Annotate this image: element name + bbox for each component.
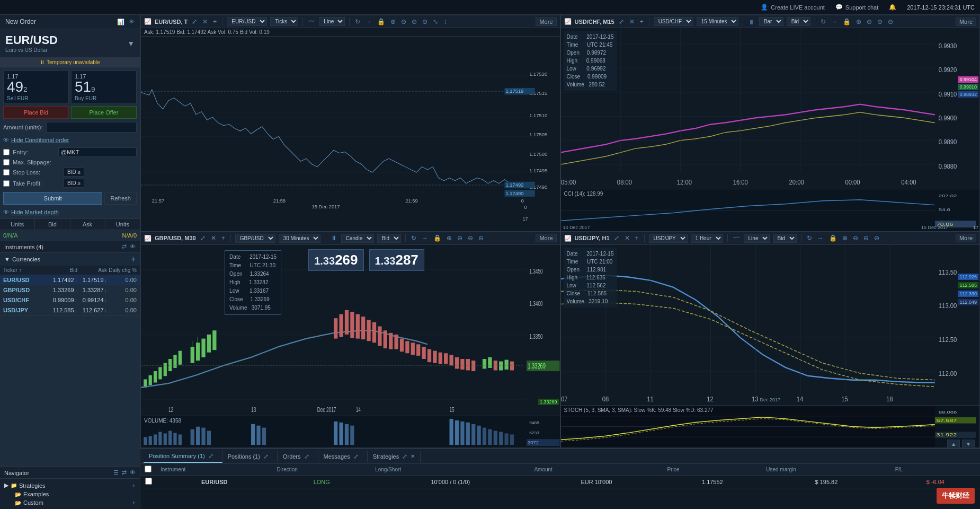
eurusd-style-select[interactable]: Line [319, 17, 345, 26]
support-chat-btn[interactable]: 💬 Support chat [835, 4, 878, 11]
gbpusd-refresh-icon[interactable]: ↻ [410, 234, 417, 242]
gbpusd-zoom4[interactable]: ⊖ [477, 234, 485, 242]
usdchf-main-body[interactable]: Date 2017-12-15 Time UTC 21:45 Open 0.98… [561, 28, 980, 189]
instrument-row-usdchf[interactable]: USD/CHF 0.99009↓ 0.99124↓ 0.00 [0, 295, 140, 305]
eurusd-detach-btn[interactable]: ⤢ [191, 18, 198, 25]
usdjpy-zoom4[interactable]: ⊖ [873, 234, 880, 242]
scroll-up-btn[interactable]: ▲ [947, 440, 960, 449]
usdjpy-zoom-out-icon[interactable]: ⊖ [852, 234, 859, 242]
usdchf-zoom-out-icon[interactable]: ⊖ [866, 18, 873, 25]
str-detach-icon[interactable]: ⤢ [401, 453, 408, 460]
eurusd-expand-icon[interactable]: ↕ [442, 18, 448, 25]
gbpusd-more-btn[interactable]: More [536, 234, 556, 242]
gbpusd-zoom-out-icon[interactable]: ⊖ [456, 234, 464, 242]
tab-position-summary[interactable]: Position Summary (1) ⤢ [144, 450, 222, 463]
eurusd-lock-icon[interactable]: 🔒 [376, 18, 386, 25]
chart-icon[interactable]: 📊 [117, 19, 124, 25]
ord-detach-icon[interactable]: ⤢ [303, 453, 310, 460]
hide-market-depth-btn[interactable]: Hide Market depth [11, 209, 59, 215]
instrument-row-usdjpy[interactable]: USD/JPY 112.585↓ 112.627↓ 0.00 [0, 305, 140, 315]
add-instrument-btn[interactable]: + [131, 254, 136, 264]
gbpusd-pair-select[interactable]: GBP/USD [235, 234, 275, 243]
eurusd-refresh-icon[interactable]: ↻ [354, 18, 361, 25]
usdjpy-style-select[interactable]: Line [744, 234, 770, 243]
usdjpy-plus-btn[interactable]: + [634, 234, 640, 242]
gbpusd-timeframe-select[interactable]: 30 Minutes [279, 234, 320, 243]
navigator-header[interactable]: Navigator ☰ ⇄ 👁 [0, 467, 140, 479]
eurusd-timeframe-select[interactable]: Ticks [270, 17, 298, 26]
usdchf-arrow-icon[interactable]: → [830, 18, 839, 25]
eurusd-zoom-out-icon[interactable]: ⊖ [400, 18, 407, 25]
scroll-down-btn[interactable]: ▼ [962, 440, 975, 449]
usdchf-lock-icon[interactable]: 🔒 [842, 18, 852, 25]
tab-orders[interactable]: Orders ⤢ [278, 451, 318, 462]
entry-checkbox[interactable] [3, 149, 10, 155]
usdjpy-arrow-icon[interactable]: → [816, 234, 825, 242]
eurusd-close-btn[interactable]: ✕ [201, 18, 209, 25]
usdjpy-mode-select[interactable]: Bid [773, 234, 797, 243]
instrument-dropdown-arrow[interactable]: ▼ [127, 39, 135, 48]
amount-input[interactable] [46, 122, 137, 133]
usdchf-timeframe-select[interactable]: 15 Minutes [697, 17, 738, 26]
usdchf-style-select[interactable]: Bar [759, 17, 783, 26]
stop-loss-checkbox[interactable] [3, 169, 10, 175]
eurusd-zoom-icon3[interactable]: ⊖ [421, 18, 429, 25]
nav-item-strategies[interactable]: ▶ 📁 Strategies + [0, 481, 140, 490]
nav-item-custom[interactable]: 📂 Custom + [0, 498, 140, 507]
max-slippage-checkbox[interactable] [3, 159, 10, 165]
usdchf-close-btn[interactable]: ✕ [628, 18, 636, 25]
nav-custom-add-icon[interactable]: + [132, 499, 136, 506]
eurusd-pair-select[interactable]: EUR/USD [227, 17, 267, 26]
usdjpy-more-btn[interactable]: More [956, 234, 976, 242]
usdjpy-close-btn[interactable]: ✕ [623, 234, 631, 242]
usdchf-pair-select[interactable]: USD/CHF [654, 17, 693, 26]
gbpusd-mode-select[interactable]: Bid [377, 234, 401, 243]
eye-instruments-icon[interactable]: 👁 [130, 243, 136, 250]
position-row-eurusd[interactable]: EUR/USD LONG 10'000 / 0 (1/0) EUR 10'000… [140, 476, 980, 488]
usdchf-zoom4[interactable]: ⊖ [887, 18, 894, 25]
gbpusd-arrow-icon[interactable]: → [421, 234, 429, 242]
usdjpy-lock-icon[interactable]: 🔒 [828, 234, 838, 242]
usdjpy-zoom3[interactable]: ⊖ [862, 234, 870, 242]
eurusd-arrow-icon[interactable]: → [364, 18, 373, 25]
eurusd-zoom-icon2[interactable]: ⊖ [411, 18, 418, 25]
tab-positions[interactable]: Positions (1) ⤢ [222, 451, 278, 462]
nav-eye-icon[interactable]: 👁 [130, 469, 136, 476]
usdchf-detach-btn[interactable]: ⤢ [618, 18, 625, 25]
submit-btn[interactable]: Submit [3, 192, 102, 205]
usdchf-mode-select[interactable]: Bid [787, 17, 810, 26]
usdjpy-timeframe-select[interactable]: 1 Hour [691, 234, 723, 243]
eurusd-zoom-in-icon[interactable]: ⊕ [389, 18, 397, 25]
ps-detach-icon[interactable]: ⤢ [207, 452, 215, 460]
instrument-selector[interactable]: EUR/USD Euro vs US Dollar ▼ [0, 29, 140, 58]
eye-toggle-icon[interactable]: 👁 [129, 19, 135, 25]
nav-item-examples[interactable]: 📂 Examples [0, 490, 140, 498]
eurusd-more-btn[interactable]: More [536, 17, 556, 26]
instrument-row-gbpusd[interactable]: GBP/USD 1.33269↓ 1.33287↓ 0.00 [0, 285, 140, 295]
tab-strategies[interactable]: Strategies ⤢ ✕ [368, 451, 421, 462]
gbpusd-chart-body[interactable]: Date 2017-12-15 Time UTC 21:30 Open 1.33… [141, 245, 560, 416]
take-profit-checkbox[interactable] [3, 180, 10, 187]
sort-icon[interactable]: ⇄ [122, 243, 127, 250]
nav-sort-icon[interactable]: ⇄ [122, 469, 127, 476]
usdjpy-detach-btn[interactable]: ⤢ [613, 234, 620, 242]
eurusd-plus-btn[interactable]: + [212, 18, 218, 25]
usdchf-refresh-icon[interactable]: ↻ [819, 18, 827, 25]
eurusd-chart-body[interactable]: 1.17520 1.17515 1.17510 1.17505 1.17500 … [141, 37, 560, 231]
tab-messages[interactable]: Messages ⤢ [318, 451, 368, 462]
currencies-header[interactable]: ▼ Currencies + [0, 253, 140, 266]
nav-add-icon[interactable]: + [132, 482, 136, 489]
usdchf-zoom-in-icon[interactable]: ⊕ [855, 18, 862, 25]
gbpusd-close-btn[interactable]: ✕ [210, 234, 217, 242]
pos-checkbox[interactable] [145, 478, 152, 485]
gbpusd-zoom-in-icon[interactable]: ⊕ [446, 234, 453, 242]
gbpusd-style-select[interactable]: Candle [341, 234, 374, 243]
usdjpy-pair-select[interactable]: USD/JPY [649, 234, 688, 243]
place-bid-btn[interactable]: Place Bid [3, 106, 69, 119]
eurusd-resize-icon[interactable]: ⤡ [432, 18, 439, 25]
nav-menu-icon[interactable]: ☰ [113, 469, 119, 476]
sound-btn[interactable]: 🔔 [889, 4, 896, 11]
sell-price-box[interactable]: 1.17 492 Sell EUR [3, 71, 69, 104]
create-account-btn[interactable]: 👤 Create LIVE account [761, 4, 825, 11]
pos-detach-icon[interactable]: ⤢ [262, 453, 270, 460]
